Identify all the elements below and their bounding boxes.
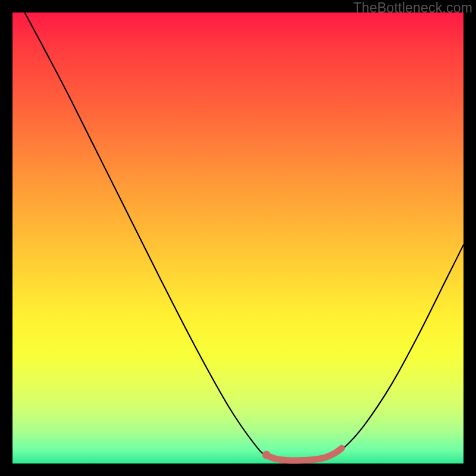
chart-gradient-area (12, 12, 464, 464)
watermark-text: TheBottleneck.com (353, 0, 472, 16)
